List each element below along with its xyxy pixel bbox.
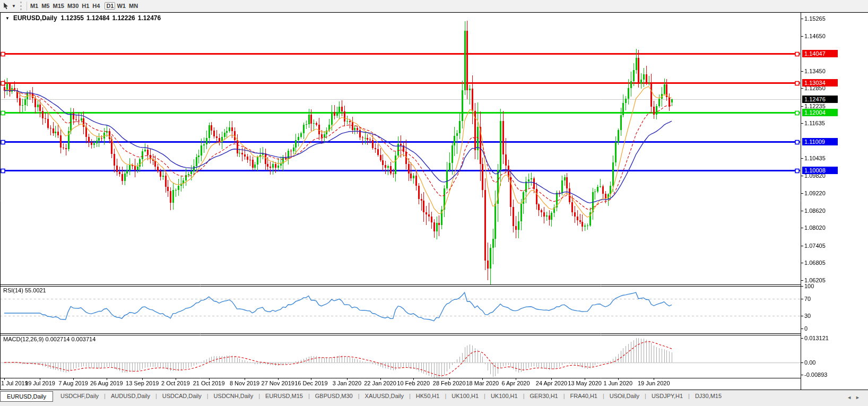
price-tick-label: 1.10435	[804, 155, 826, 161]
price-line-badge: 1.13034	[802, 79, 838, 87]
ohlc-values: 1.12355 1.12484 1.12226 1.12476	[61, 14, 161, 22]
date-label: 13 Sep 2019	[126, 380, 159, 386]
timeframe-button-h4[interactable]: H4	[91, 2, 101, 10]
tab-hk50-h1[interactable]: HK50,H1	[411, 391, 445, 401]
tab-scroll-left-icon[interactable]: ◄	[847, 395, 855, 400]
ohlc-close: 1.12476	[138, 14, 161, 22]
ohlc-high: 1.12484	[86, 14, 109, 22]
tab-uk100-h1[interactable]: UK100,H1	[485, 391, 523, 401]
symbol-label: EURUSD,Daily	[13, 14, 57, 22]
date-label: 2 Oct 2019	[161, 380, 190, 386]
mt4-window: ▼ M1M5M15M30H1H4D1W1MN ▼ EURUSD,Daily 1.…	[0, 0, 868, 406]
date-label: 19 Jun 2020	[638, 380, 670, 386]
date-label: 13 May 2020	[568, 380, 602, 386]
date-label: 16 Dec 2019	[294, 380, 327, 386]
price-tick-label: 1.07405	[804, 243, 826, 249]
macd-name: MACD(12,26,9)	[3, 336, 44, 342]
timeframe-button-mn[interactable]: MN	[127, 2, 140, 10]
tab-scroll-arrows: ◄►	[847, 395, 864, 400]
tab-list: EURUSD,DailyUSDCHF,Daily|AUDUSD,Daily|US…	[0, 390, 727, 402]
toolbar: ▼ M1M5M15M30H1H4D1W1MN	[0, 0, 868, 12]
collapse-triangle-icon[interactable]: ▼	[5, 16, 10, 21]
date-label: 3 Jan 2020	[333, 380, 361, 386]
price-line-badge: 1.10008	[802, 167, 838, 174]
chart-cursor-tool-icon[interactable]	[2, 2, 11, 10]
tab-gbpusd-m30[interactable]: GBPUSD,M30	[310, 391, 358, 401]
macd-values: 0.002714 0.003714	[45, 336, 96, 342]
timeframe-button-m30[interactable]: M30	[66, 2, 80, 10]
price-chart-canvas[interactable]	[0, 12, 868, 390]
date-label: 1 Jul 2019	[1, 380, 28, 386]
price-tick-label: 1.13450	[804, 68, 826, 74]
price-current-badge: 1.12476	[802, 96, 838, 103]
date-label: 28 Feb 2020	[433, 380, 466, 386]
macd-tick-label: 0.013121	[804, 335, 829, 341]
tab-usdcad-daily[interactable]: USDCAD,Daily	[157, 391, 207, 401]
rsi-indicator-label: RSI(14) 55.0021	[3, 287, 46, 293]
tab-scroll-right-icon[interactable]: ►	[855, 395, 864, 400]
rsi-tick-label: 0	[804, 325, 808, 332]
macd-indicator-label: MACD(12,26,9) 0.002714 0.003714	[3, 336, 96, 342]
macd-tick-label: 0.00	[804, 359, 815, 366]
tab-eurusd-daily[interactable]: EURUSD,Daily	[0, 391, 53, 402]
date-label: 22 Jan 2020	[364, 380, 396, 386]
timeframe-button-m5[interactable]: M5	[40, 2, 51, 10]
rsi-tick-label: 30	[804, 313, 811, 319]
date-label: 18 Mar 2020	[466, 380, 499, 386]
timeframe-button-h1[interactable]: H1	[80, 2, 91, 10]
rsi-value: 55.0021	[25, 287, 46, 293]
price-tick-label: 1.09220	[804, 190, 826, 196]
timeframe-button-d1[interactable]: D1	[105, 2, 115, 10]
tab-xauusd-daily[interactable]: XAUUSD,Daily	[360, 391, 409, 401]
price-tick-label: 1.06805	[804, 260, 826, 266]
tab-eurusd-m15[interactable]: EURUSD,M15	[260, 391, 308, 401]
toolbar-grip[interactable]	[20, 2, 22, 10]
date-label: 6 Apr 2020	[501, 380, 530, 386]
rsi-name: RSI(14)	[3, 287, 23, 293]
ohlc-low: 1.12226	[112, 14, 135, 22]
date-label: 21 Oct 2019	[193, 380, 225, 386]
tab-usdcnh-daily[interactable]: USDCNH,Daily	[209, 391, 259, 401]
timeframe-button-m15[interactable]: M15	[51, 2, 65, 10]
tab-usdjpy-h1[interactable]: USDJPY,H1	[646, 391, 688, 401]
rsi-tick-label: 100	[804, 283, 814, 289]
chart-header: ▼ EURUSD,Daily 1.12355 1.12484 1.12226 1…	[5, 14, 161, 22]
price-line-badge: 1.12004	[802, 109, 838, 116]
price-line-badge: 1.14047	[802, 50, 838, 57]
tab-usdchf-daily[interactable]: USDCHF,Daily	[55, 391, 104, 401]
tab-usoil-daily[interactable]: USOil,Daily	[604, 391, 645, 401]
timeframe-buttons: M1M5M15M30H1H4D1W1MN	[29, 1, 143, 11]
tab-ger30-h1[interactable]: GER30,H1	[525, 391, 563, 401]
date-label: 27 Nov 2019	[262, 380, 294, 386]
tab-fra40-h1[interactable]: FRA40,H1	[565, 391, 603, 401]
price-tick-label: 1.11635	[804, 120, 825, 126]
date-label: 19 Jul 2019	[25, 380, 55, 386]
price-tick-label: 1.15265	[804, 15, 826, 22]
price-line-badge: 1.11009	[802, 138, 838, 145]
tab-bar: EURUSD,DailyUSDCHF,Daily|AUDUSD,Daily|US…	[0, 390, 868, 406]
date-label: 24 Apr 2020	[536, 380, 567, 386]
timeframe-button-m1[interactable]: M1	[29, 2, 40, 10]
macd-tick-label: -0.00893	[804, 372, 827, 378]
date-label: 1 Jun 2020	[604, 380, 632, 386]
toolbar-separator	[27, 2, 27, 11]
dropdown-caret-icon[interactable]: ▼	[12, 4, 16, 8]
date-label: 10 Feb 2020	[397, 380, 430, 386]
price-tick-label: 1.14650	[804, 33, 826, 39]
date-label: 8 Nov 2019	[230, 380, 259, 386]
timeframe-button-w1[interactable]: W1	[115, 2, 127, 10]
tab-audusd-daily[interactable]: AUDUSD,Daily	[106, 391, 155, 401]
tab-uk100-h1[interactable]: UK100,H1	[446, 391, 484, 401]
tab-dj30-m15[interactable]: DJ30,M15	[690, 391, 727, 401]
price-tick-label: 1.08020	[804, 224, 826, 231]
ohlc-open: 1.12355	[61, 14, 84, 22]
rsi-tick-label: 70	[804, 296, 811, 302]
price-tick-label: 1.12235	[804, 103, 826, 109]
date-label: 7 Aug 2019	[58, 380, 88, 386]
price-tick-label: 1.08620	[804, 208, 826, 214]
date-label: 26 Aug 2019	[90, 380, 123, 386]
